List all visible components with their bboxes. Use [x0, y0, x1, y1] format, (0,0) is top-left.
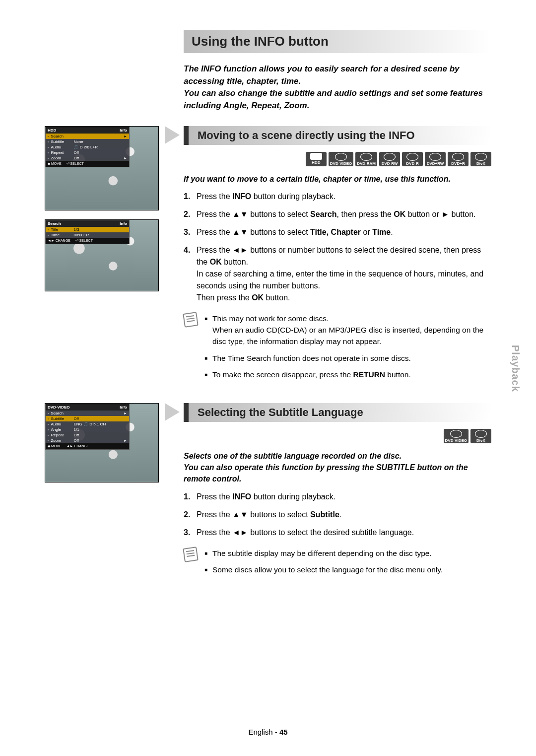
media-badge: DVD-RAM — [355, 152, 377, 166]
page-title-bar: Using the INFO button — [184, 30, 491, 53]
side-tab: Playback — [510, 345, 521, 392]
step-item: 1.Press the INFO button during playback. — [184, 491, 491, 503]
section2-desc: Selects one of the subtitle language rec… — [184, 450, 491, 485]
section2-notes: The subtitle display may be different de… — [204, 548, 443, 581]
step-item: 1.Press the INFO button during playback. — [184, 191, 491, 203]
note-item: This may not work for some discs.When an… — [204, 313, 491, 347]
screenshot-info-osd-dvd: DVD-VIDEOInfo ▫Search►▫SubtitleOff▫Audio… — [45, 403, 159, 482]
section-heading-subtitle-lang: Selecting the Subtitle Language — [184, 403, 491, 422]
media-badges-row: HDDDVD-VIDEODVD-RAMDVD-RWDVD-RDVD+RWDVD+… — [184, 152, 491, 166]
note-item: The Time Search function does not operat… — [204, 352, 491, 364]
section1-desc: If you want to move to a certain title, … — [184, 173, 491, 185]
step-item: 3.Press the ▲▼ buttons to select Title, … — [184, 226, 491, 238]
note-item: To make the screen disappear, press the … — [204, 369, 491, 380]
step-item: 2.Press the ▲▼ buttons to select Subtitl… — [184, 509, 491, 521]
section-heading-moving-scene: Moving to a scene directly using the INF… — [184, 126, 491, 145]
media-badges-row-2: DVD-VIDEODivX — [184, 429, 491, 443]
note-item: Some discs allow you to select the langu… — [204, 564, 443, 575]
media-badge: DVD-RW — [379, 152, 400, 166]
step-item: 3.Press the ◄► buttons to select the des… — [184, 527, 491, 539]
media-badge: DVD-VIDEO — [444, 429, 469, 443]
note-icon — [183, 547, 199, 562]
step-item: 4.Press the ◄► buttons or number buttons… — [184, 244, 491, 304]
note-icon — [183, 312, 199, 328]
step-item: 2.Press the ▲▼ buttons to select Search,… — [184, 208, 491, 220]
note-item: The subtitle display may be different de… — [204, 548, 443, 559]
section2-steps: 1.Press the INFO button during playback.… — [184, 491, 491, 539]
media-badge: DivX — [470, 152, 491, 166]
screenshot-info-osd-search: SearchInfo ▫Title1/3▫Time00:00:37 ◄► CHA… — [45, 219, 159, 291]
media-badge: DVD+R — [448, 152, 469, 166]
section1-steps: 1.Press the INFO button during playback.… — [184, 191, 491, 304]
media-badge: DVD-R — [402, 152, 423, 166]
section1-notes: This may not work for some discs.When an… — [204, 313, 491, 385]
media-badge: DVD+RW — [425, 152, 446, 166]
screenshot-info-osd-hdd: HDDInfo ▫Search►▫SubtitleNone▫Audio🎵 D 2… — [45, 126, 159, 210]
page-footer: English - 45 — [0, 728, 536, 736]
media-badge: DVD-VIDEO — [329, 152, 353, 166]
media-badge: HDD — [306, 152, 327, 166]
media-badge: DivX — [470, 429, 491, 443]
intro-text: The INFO function allows you to easily s… — [184, 63, 491, 112]
